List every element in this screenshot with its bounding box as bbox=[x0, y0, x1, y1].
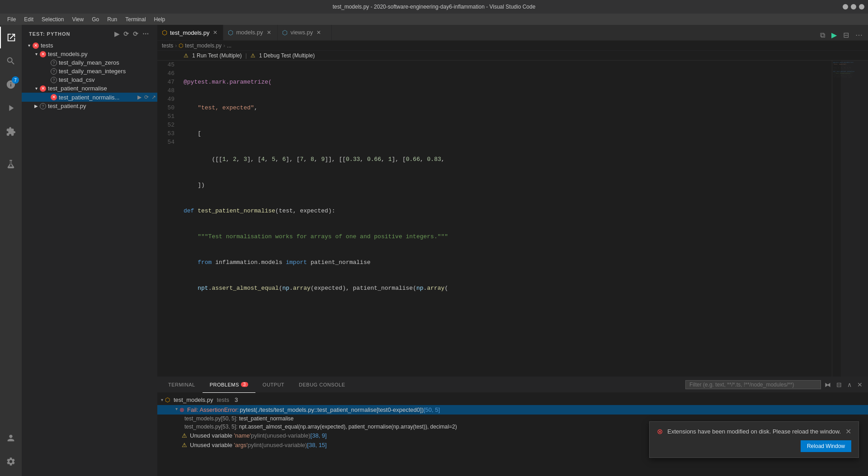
tab-test-models[interactable]: ⬡ test_models.py ✕ bbox=[157, 25, 223, 40]
run-code-btn[interactable]: ▶ bbox=[830, 30, 839, 40]
problems-tab-label: PROBLEMS bbox=[210, 382, 239, 387]
breadcrumb-part-tests[interactable]: tests bbox=[162, 42, 173, 49]
panel-tab-output[interactable]: OUTPUT bbox=[255, 377, 292, 393]
panel-close-btn[interactable]: ✕ bbox=[855, 380, 864, 389]
panel-tab-problems[interactable]: PROBLEMS 3 bbox=[203, 377, 255, 393]
debug-test-count[interactable]: 1 Debug Test (Multiple) bbox=[259, 52, 315, 59]
activity-extensions[interactable] bbox=[0, 121, 22, 142]
activity-run[interactable] bbox=[0, 97, 22, 119]
filter-icon[interactable]: ⧓ bbox=[823, 380, 833, 389]
error-indicator: ✕ bbox=[33, 42, 39, 49]
warn-lint-1: pylint(unused-variable) bbox=[251, 432, 311, 439]
code-line-53: npt.assert_almost_equal(np.array(expecte… bbox=[184, 284, 832, 292]
notification-top: ⊗ Extensions have been modified on disk.… bbox=[657, 427, 851, 436]
tree-item-test-models[interactable]: ▾ ✕ test_models.py bbox=[22, 50, 157, 58]
tab-models[interactable]: ⬡ models.py ✕ bbox=[223, 25, 278, 40]
tab-close-btn[interactable]: ✕ bbox=[316, 28, 322, 37]
side-by-side-btn[interactable]: ⊟ bbox=[841, 30, 851, 40]
activity-git[interactable]: 7 bbox=[0, 74, 22, 95]
tab-file-icon: ⬡ bbox=[162, 29, 167, 36]
more-btn[interactable]: ⋯ bbox=[142, 29, 150, 38]
warning-icon: ⚠ bbox=[184, 52, 189, 59]
breadcrumb: tests › ⬡ test_models.py › ... bbox=[157, 41, 868, 51]
notification-error-icon: ⊗ bbox=[657, 427, 663, 436]
activity-search[interactable] bbox=[0, 50, 22, 72]
panel-tabs: TERMINAL PROBLEMS 3 OUTPUT DEBUG CONSOLE… bbox=[157, 377, 868, 393]
code-scroll[interactable]: @pytest.mark.parametrize( "test, expecte… bbox=[180, 61, 832, 377]
terminal-tab-label: TERMINAL bbox=[168, 382, 195, 387]
breadcrumb-part-more[interactable]: ... bbox=[227, 42, 231, 49]
panel-tab-terminal[interactable]: TERMINAL bbox=[161, 377, 203, 393]
close-btn[interactable] bbox=[859, 4, 864, 9]
reload-window-button[interactable]: Reload Window bbox=[801, 440, 851, 452]
tree-label: test_daily_mean_zeros bbox=[59, 59, 119, 66]
menu-terminal[interactable]: Terminal bbox=[122, 15, 149, 24]
notification-message: Extensions have been modified on disk. P… bbox=[667, 428, 841, 435]
menu-go[interactable]: Go bbox=[88, 15, 103, 24]
tree-label: test_load_csv bbox=[59, 76, 95, 83]
warning-icon2: ⚠ bbox=[182, 442, 187, 448]
problem-group-header[interactable]: ▾ ⬡ test_models.py tests 3 bbox=[157, 395, 868, 405]
error-dot: ✕ bbox=[51, 94, 57, 100]
tree-label: test_daily_mean_integers bbox=[59, 68, 126, 75]
tree-item-daily-integers[interactable]: ? test_daily_mean_integers bbox=[22, 67, 157, 75]
activity-settings[interactable] bbox=[0, 451, 22, 472]
tree-item-patient-normalise-test[interactable]: ✕ test_patient_normalis... ▶ ⟳ ↗ bbox=[22, 93, 157, 102]
problems-filter-input[interactable] bbox=[685, 380, 821, 389]
run-test-btn[interactable]: ▶ bbox=[136, 94, 143, 101]
tree-item-daily-zeros[interactable]: ? test_daily_mean_zeros bbox=[22, 58, 157, 67]
git-badge: 7 bbox=[12, 76, 19, 84]
tree-label: test_patient_normalise bbox=[48, 85, 107, 92]
run-test-count[interactable]: 1 Run Test (Multiple) bbox=[192, 52, 242, 59]
minimize-btn[interactable] bbox=[843, 4, 848, 9]
panel-tab-debug[interactable]: DEBUG CONSOLE bbox=[292, 377, 352, 393]
problem-item-error[interactable]: ▾ ⊗ Fail: AssertionError: pytest(./tests… bbox=[157, 405, 868, 415]
activity-account[interactable] bbox=[0, 427, 22, 449]
run-tests-btn[interactable]: ▶ bbox=[113, 29, 121, 38]
menu-run[interactable]: Run bbox=[104, 15, 121, 24]
sidebar: TEST: PYTHON ▶ ⟳ ⟳ ⋯ ▾ ✕ tests ▾ ✕ test_… bbox=[22, 25, 157, 476]
menu-help[interactable]: Help bbox=[151, 15, 169, 24]
menu-view[interactable]: View bbox=[68, 15, 87, 24]
tab-bar: ⬡ test_models.py ✕ ⬡ models.py ✕ ⬡ views… bbox=[157, 25, 868, 41]
panel-collapse-btn[interactable]: ⊟ bbox=[835, 380, 844, 389]
tab-close-btn[interactable]: ✕ bbox=[212, 28, 218, 37]
tab-close-btn[interactable]: ✕ bbox=[266, 28, 272, 37]
more-actions-btn[interactable]: ⋯ bbox=[854, 30, 864, 40]
maximize-btn[interactable] bbox=[851, 4, 856, 9]
tree-item-patient-normalise[interactable]: ▾ ✕ test_patient_normalise bbox=[22, 84, 157, 93]
debug-tests-btn[interactable]: ⟳ bbox=[123, 29, 130, 38]
test-status: ? bbox=[51, 68, 57, 75]
refresh-btn[interactable]: ⟳ bbox=[132, 29, 140, 38]
notification-close-btn[interactable]: ✕ bbox=[845, 427, 851, 436]
code-editor[interactable]: 45 46 47 48 49 50 51 52 53 54 @pytest.ma… bbox=[157, 61, 832, 377]
sidebar-header: TEST: PYTHON ▶ ⟳ ⟳ ⋯ bbox=[22, 25, 157, 41]
menu-selection[interactable]: Selection bbox=[38, 15, 67, 24]
split-editor-btn[interactable]: ⧉ bbox=[818, 30, 827, 40]
menu-file[interactable]: File bbox=[4, 15, 19, 24]
menu-edit[interactable]: Edit bbox=[20, 15, 37, 24]
activity-flask[interactable] bbox=[0, 153, 22, 175]
activity-explorer[interactable] bbox=[0, 27, 22, 48]
breadcrumb-icon: ⬡ bbox=[179, 42, 183, 49]
notification-toast: ⊗ Extensions have been modified on disk.… bbox=[649, 421, 859, 458]
problem-location: [50, 5] bbox=[424, 406, 440, 413]
group-expand-arrow: ▾ bbox=[161, 397, 163, 402]
problem-detail: pytest(./tests/test_models.py::test_pati… bbox=[240, 406, 424, 413]
code-area: 45 46 47 48 49 50 51 52 53 54 @pytest.ma… bbox=[157, 61, 868, 377]
test-status: ? bbox=[51, 60, 57, 66]
debug-test-btn[interactable]: ⟳ bbox=[143, 94, 150, 101]
open-test-btn[interactable]: ↗ bbox=[150, 94, 157, 101]
tab-views[interactable]: ⬡ views.py ✕ bbox=[278, 25, 332, 40]
group-path: tests bbox=[217, 396, 229, 403]
code-line-47: [ bbox=[184, 129, 832, 138]
panel-expand-btn[interactable]: ∧ bbox=[845, 380, 854, 389]
warn-loc-2: [38, 15] bbox=[307, 442, 326, 448]
output-tab-label: OUTPUT bbox=[263, 382, 284, 387]
tree-item-patient-py[interactable]: ▶ ? test_patient.py bbox=[22, 102, 157, 110]
tree-root[interactable]: ▾ ✕ tests bbox=[22, 41, 157, 50]
warn-msg-2: Unused variable 'args' bbox=[190, 442, 248, 448]
tree-item-load-csv[interactable]: ? test_load_csv bbox=[22, 75, 157, 84]
breadcrumb-part-file[interactable]: test_models.py bbox=[185, 42, 222, 49]
line-numbers: 45 46 47 48 49 50 51 52 53 54 bbox=[157, 61, 180, 377]
